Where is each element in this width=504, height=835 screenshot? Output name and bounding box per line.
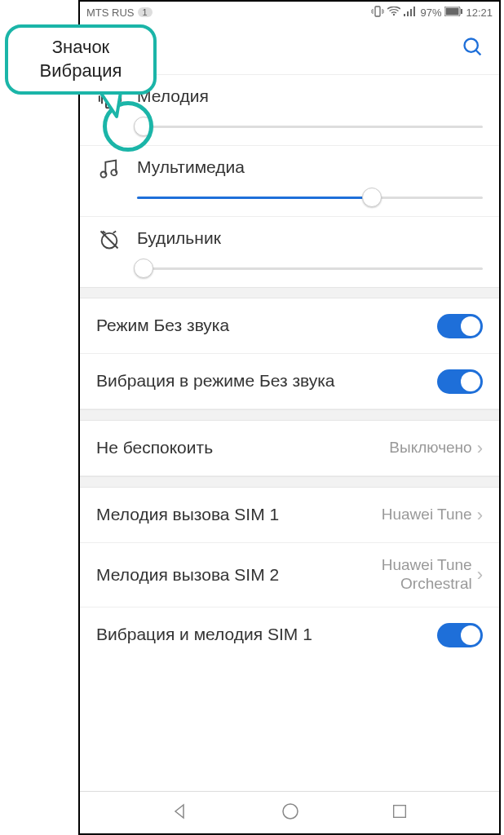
settings-list: Мелодия Мультимедиа Будильни (80, 75, 499, 791)
slider-alarm[interactable] (137, 259, 483, 279)
svg-point-1 (393, 13, 395, 15)
wifi-icon (387, 7, 400, 19)
svg-line-10 (476, 50, 481, 55)
svg-rect-16 (394, 805, 406, 817)
svg-point-13 (111, 170, 117, 175)
callout-text-2: Вибрация (40, 60, 122, 81)
label-ringtone-sim2: Мелодия вызова SIM 2 (96, 564, 374, 585)
label-vibrate-ring-sim1: Вибрация и мелодия SIM 1 (96, 624, 437, 645)
svg-rect-8 (461, 9, 462, 14)
svg-rect-4 (410, 9, 412, 16)
toggle-vibrate-ring-sim1[interactable] (437, 623, 483, 647)
alarm-off-icon (98, 228, 122, 253)
battery-icon (444, 7, 462, 19)
svg-rect-5 (413, 7, 415, 16)
svg-rect-3 (407, 11, 409, 16)
chevron-right-icon: › (477, 564, 483, 585)
slider-media[interactable] (137, 188, 483, 208)
value-ringtone-sim2: Huawei Tune Orchestral (374, 556, 472, 594)
section-divider (80, 476, 499, 488)
search-icon[interactable] (462, 36, 484, 62)
carrier-label: MTS RUS (86, 7, 135, 19)
callout-text-1: Значок (52, 37, 110, 57)
row-ringtone-sim1[interactable]: Мелодия вызова SIM 1 Huawei Tune › (80, 488, 499, 543)
music-icon (98, 157, 122, 182)
slider-label-ringtone: Мелодия (137, 86, 483, 106)
toggle-vibrate-silent[interactable] (437, 369, 483, 394)
slider-row-alarm: Будильник (80, 217, 499, 287)
nav-home-icon[interactable] (281, 802, 300, 824)
row-vibrate-silent[interactable]: Вибрация в режиме Без звука (80, 354, 499, 409)
slider-row-media: Мультимедиа (80, 146, 499, 217)
nav-back-icon[interactable] (170, 802, 190, 824)
label-vibrate-silent: Вибрация в режиме Без звука (96, 370, 437, 391)
row-ringtone-sim2[interactable]: Мелодия вызова SIM 2 Huawei Tune Orchest… (80, 543, 499, 607)
label-dnd: Не беспокоить (96, 437, 389, 458)
clock: 12:21 (466, 7, 493, 19)
battery-percent: 97% (420, 7, 441, 19)
value-dnd: Выключено (389, 439, 471, 457)
chevron-right-icon: › (477, 438, 483, 459)
status-bar: MTS RUS 1 97% 12:21 (80, 2, 499, 23)
section-divider (80, 287, 499, 298)
annotation-callout: Значок Вибрация (5, 24, 157, 95)
vibrate-status-icon (371, 6, 384, 20)
signal-icon (404, 7, 417, 19)
toggle-silent-mode[interactable] (437, 314, 483, 338)
nav-recent-icon[interactable] (391, 802, 409, 824)
navigation-bar (80, 791, 499, 833)
row-dnd[interactable]: Не беспокоить Выключено › (80, 421, 499, 476)
svg-point-9 (465, 38, 478, 51)
label-silent-mode: Режим Без звука (96, 315, 437, 336)
sim-badge: 1 (138, 7, 153, 17)
svg-rect-2 (404, 14, 405, 16)
chevron-right-icon: › (477, 505, 483, 526)
row-silent-mode[interactable]: Режим Без звука (80, 298, 499, 354)
slider-ringtone[interactable] (137, 117, 483, 137)
slider-label-media: Мультимедиа (137, 157, 483, 177)
value-ringtone-sim1: Huawei Tune (382, 506, 472, 524)
svg-rect-0 (375, 7, 380, 16)
section-divider (80, 409, 499, 421)
svg-point-15 (283, 804, 298, 819)
svg-rect-7 (446, 7, 459, 15)
row-vibrate-ring-sim1[interactable]: Вибрация и мелодия SIM 1 (80, 607, 499, 663)
label-ringtone-sim1: Мелодия вызова SIM 1 (96, 504, 382, 525)
slider-label-alarm: Будильник (137, 228, 483, 248)
